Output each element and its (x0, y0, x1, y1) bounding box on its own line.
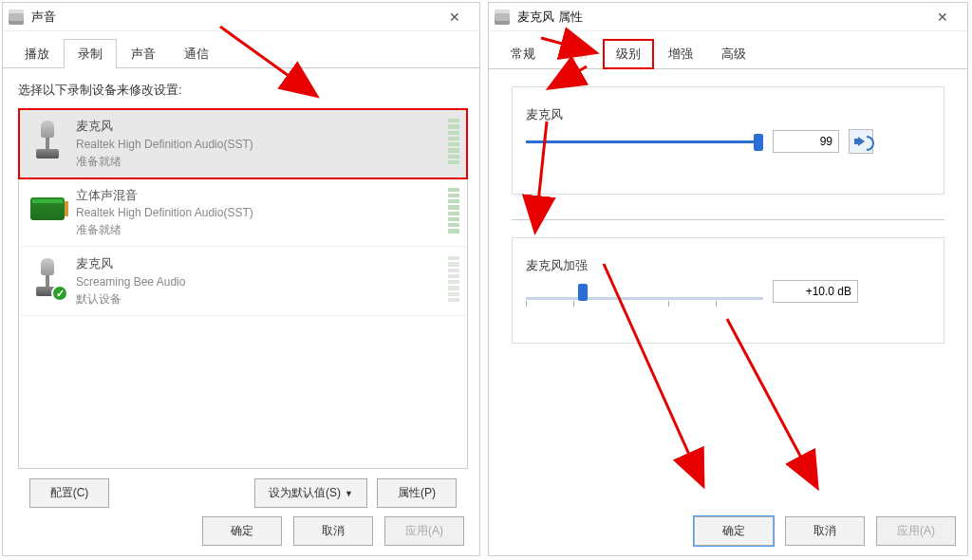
titlebar[interactable]: 声音 ✕ (3, 3, 479, 31)
window-title: 麦克风 属性 (517, 9, 924, 26)
tabs-right: 常规 侦听 级别 增强 高级 (489, 31, 967, 69)
app-icon (9, 9, 24, 25)
device-item-mic-realtek[interactable]: 麦克风 Realtek High Definition Audio(SST) 准… (19, 109, 467, 178)
device-driver: Realtek High Definition Audio(SST) (76, 136, 458, 153)
soundcard-icon (28, 186, 66, 232)
slider-thumb[interactable] (754, 134, 763, 151)
microphone-properties-window: 麦克风 属性 ✕ 常规 侦听 级别 增强 高级 麦克风 99 麦克风加强 (488, 2, 968, 556)
apply-button[interactable]: 应用(A) (876, 516, 956, 546)
tab-listen[interactable]: 侦听 (550, 39, 603, 69)
tab-record[interactable]: 录制 (64, 39, 117, 68)
microphone-icon (28, 117, 66, 162)
record-tab-content: 选择以下录制设备来修改设置: 麦克风 Realtek High Definiti… (3, 68, 479, 523)
ok-button[interactable]: 确定 (202, 516, 282, 546)
instruction-text: 选择以下录制设备来修改设置: (18, 82, 468, 99)
microphone-boost-value[interactable]: +10.0 dB (773, 280, 858, 303)
tab-playback[interactable]: 播放 (10, 39, 64, 68)
tab-general[interactable]: 常规 (496, 39, 550, 69)
microphone-level-value[interactable]: 99 (773, 130, 839, 153)
mic-section-label: 麦克风 (526, 106, 930, 123)
dialog-buttons: 确定 取消 应用(A) (202, 516, 464, 546)
close-icon[interactable]: ✕ (924, 4, 962, 30)
tab-enhance[interactable]: 增强 (654, 39, 707, 69)
device-name: 麦克风 (76, 117, 458, 136)
tab-advanced[interactable]: 高级 (707, 39, 760, 69)
device-driver: Screaming Bee Audio (76, 273, 458, 290)
tab-levels[interactable]: 级别 (603, 39, 654, 69)
dialog-buttons: 确定 取消 应用(A) (694, 516, 956, 546)
device-list[interactable]: 麦克风 Realtek High Definition Audio(SST) 准… (18, 108, 468, 469)
configure-button[interactable]: 配置(C) (29, 478, 109, 508)
divider (512, 219, 944, 220)
device-item-stereo-mix[interactable]: 立体声混音 Realtek High Definition Audio(SST)… (19, 178, 467, 248)
tab-sounds[interactable]: 声音 (117, 39, 170, 68)
app-icon (495, 9, 510, 25)
device-name: 麦克风 (76, 254, 458, 273)
mute-toggle-button[interactable] (849, 129, 873, 154)
microphone-boost-slider[interactable] (526, 280, 763, 303)
tabs-left: 播放 录制 声音 通信 (3, 31, 479, 68)
ok-button[interactable]: 确定 (694, 516, 774, 546)
close-icon[interactable]: ✕ (436, 4, 474, 30)
sound-settings-window: 声音 ✕ 播放 录制 声音 通信 选择以下录制设备来修改设置: 麦克风 Real… (2, 2, 480, 556)
level-meter (448, 188, 459, 233)
microphone-icon: ✓ (28, 254, 66, 300)
cancel-button[interactable]: 取消 (785, 516, 865, 546)
cancel-button[interactable]: 取消 (293, 516, 373, 546)
level-meter (448, 256, 459, 302)
speaker-icon (858, 137, 865, 146)
device-status: 准备就绪 (76, 153, 458, 170)
set-default-button[interactable]: 设为默认值(S)▼ (254, 478, 367, 508)
chevron-down-icon: ▼ (345, 489, 353, 498)
tab-comm[interactable]: 通信 (170, 39, 223, 68)
apply-button[interactable]: 应用(A) (384, 516, 464, 546)
device-driver: Realtek High Definition Audio(SST) (76, 204, 458, 221)
device-item-mic-screaming[interactable]: ✓ 麦克风 Screaming Bee Audio 默认设备 (19, 247, 467, 316)
default-check-icon: ✓ (51, 285, 68, 302)
properties-button[interactable]: 属性(P) (377, 478, 457, 508)
device-status: 准备就绪 (76, 221, 458, 238)
level-meter (448, 119, 459, 164)
titlebar[interactable]: 麦克风 属性 ✕ (489, 3, 967, 31)
slider-thumb[interactable] (578, 284, 588, 301)
device-status: 默认设备 (76, 290, 458, 308)
boost-section-label: 麦克风加强 (526, 257, 930, 274)
window-title: 声音 (31, 9, 436, 26)
levels-tab-content: 麦克风 99 麦克风加强 +10.0 dB (489, 69, 967, 349)
device-name: 立体声混音 (76, 186, 458, 205)
microphone-level-slider[interactable] (526, 130, 763, 153)
